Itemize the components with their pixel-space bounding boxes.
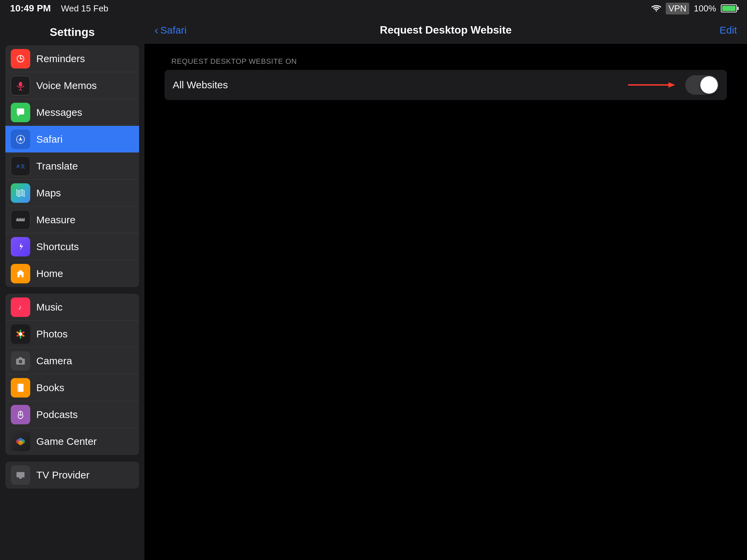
sidebar: Settings Reminders [0, 17, 145, 560]
sidebar-label-translate: Translate [36, 160, 78, 172]
settings-group-3: TV Provider [5, 462, 139, 488]
sidebar-item-photos[interactable]: Photos [5, 321, 139, 347]
svg-text:A: A [17, 163, 20, 169]
vpn-badge: VPN [666, 3, 689, 15]
voicememos-icon [11, 76, 30, 95]
books-icon [11, 378, 30, 398]
gamecenter-icon [11, 432, 30, 451]
translate-icon: A 文 [11, 156, 30, 176]
sidebar-item-reminders[interactable]: Reminders [5, 45, 139, 72]
nav-title: Request Desktop Website [380, 24, 512, 36]
sidebar-label-camera: Camera [36, 355, 72, 367]
battery-percent: 100% [694, 3, 716, 14]
podcasts-icon [11, 405, 30, 424]
main-layout: Settings Reminders [0, 17, 747, 560]
svg-marker-55 [668, 82, 675, 88]
battery-indicator [721, 4, 737, 12]
sidebar-title: Settings [0, 22, 145, 45]
nav-back-button[interactable]: ‹ Safari [155, 24, 187, 36]
svg-point-35 [19, 332, 22, 336]
status-bar: 10:49 PM Wed 15 Feb VPN 100% [0, 0, 747, 17]
maps-icon [11, 183, 30, 203]
status-date: Wed 15 Feb [61, 3, 108, 14]
sidebar-item-shortcuts[interactable]: Shortcuts [5, 233, 139, 260]
back-chevron-icon: ‹ [155, 24, 158, 36]
svg-rect-21 [16, 219, 25, 221]
content-group: All Websites [164, 70, 727, 100]
sidebar-label-podcasts: Podcasts [36, 409, 78, 420]
sidebar-label-home: Home [36, 268, 63, 279]
home-icon [11, 264, 30, 283]
settings-group-2: ♪ Music Ph [5, 294, 139, 455]
photos-icon [11, 324, 30, 344]
status-right: VPN 100% [652, 3, 737, 15]
svg-rect-52 [17, 472, 25, 477]
sidebar-item-music[interactable]: ♪ Music [5, 294, 139, 321]
svg-rect-42 [18, 384, 19, 392]
svg-point-39 [20, 360, 22, 363]
wifi-icon [652, 3, 661, 14]
sidebar-label-shortcuts: Shortcuts [36, 241, 79, 252]
all-websites-row: All Websites [164, 70, 727, 100]
sidebar-label-voicememos: Voice Memos [36, 80, 97, 91]
tvprovider-icon [11, 465, 30, 485]
svg-rect-53 [19, 477, 22, 479]
sidebar-label-safari: Safari [36, 134, 62, 145]
sidebar-item-camera[interactable]: Camera [5, 347, 139, 374]
sidebar-item-maps[interactable]: Maps [5, 180, 139, 207]
settings-group-1: Reminders Voice Memos [5, 45, 139, 287]
sidebar-item-voicememos[interactable]: Voice Memos [5, 72, 139, 99]
sidebar-item-measure[interactable]: Measure [5, 207, 139, 233]
toggle-container [625, 75, 719, 95]
sidebar-item-messages[interactable]: Messages [5, 99, 139, 126]
sidebar-item-translate[interactable]: A 文 Translate [5, 153, 139, 180]
nav-back-label: Safari [160, 25, 186, 36]
nav-edit-button[interactable]: Edit [719, 25, 737, 36]
sidebar-label-gamecenter: Game Center [36, 436, 97, 447]
sidebar-label-tvprovider: TV Provider [36, 469, 89, 481]
sidebar-label-music: Music [36, 301, 62, 313]
camera-icon [11, 351, 30, 371]
right-panel: ‹ Safari Request Desktop Website Edit RE… [145, 17, 747, 560]
sidebar-label-measure: Measure [36, 214, 76, 225]
sidebar-item-safari[interactable]: Safari [5, 126, 139, 153]
shortcuts-icon [11, 237, 30, 257]
messages-icon [11, 103, 30, 122]
sidebar-label-photos: Photos [36, 328, 68, 340]
measure-icon [11, 210, 30, 230]
section-label: REQUEST DESKTOP WEBSITE ON [164, 57, 727, 66]
sidebar-item-books[interactable]: Books [5, 374, 139, 401]
all-websites-label: All Websites [173, 79, 625, 91]
toggle-knob [700, 76, 718, 94]
sidebar-label-books: Books [36, 382, 64, 394]
safari-icon [11, 130, 30, 149]
svg-text:文: 文 [21, 163, 25, 169]
reminders-icon [11, 49, 30, 69]
status-time: 10:49 PM [10, 3, 51, 14]
svg-text:♪: ♪ [18, 303, 22, 311]
sidebar-label-maps: Maps [36, 187, 61, 199]
sidebar-label-reminders: Reminders [36, 53, 85, 64]
content-area: REQUEST DESKTOP WEBSITE ON All Websites [145, 44, 747, 560]
sidebar-item-tvprovider[interactable]: TV Provider [5, 462, 139, 488]
all-websites-toggle[interactable] [685, 75, 719, 95]
svg-point-50 [18, 441, 23, 445]
sidebar-label-messages: Messages [36, 107, 82, 118]
nav-bar: ‹ Safari Request Desktop Website Edit [145, 17, 747, 44]
svg-rect-5 [19, 82, 22, 87]
sidebar-item-gamecenter[interactable]: Game Center [5, 428, 139, 455]
sidebar-item-podcasts[interactable]: Podcasts [5, 401, 139, 428]
sidebar-item-home[interactable]: Home [5, 260, 139, 287]
red-arrow-annotation [625, 78, 678, 92]
music-icon: ♪ [11, 297, 30, 317]
